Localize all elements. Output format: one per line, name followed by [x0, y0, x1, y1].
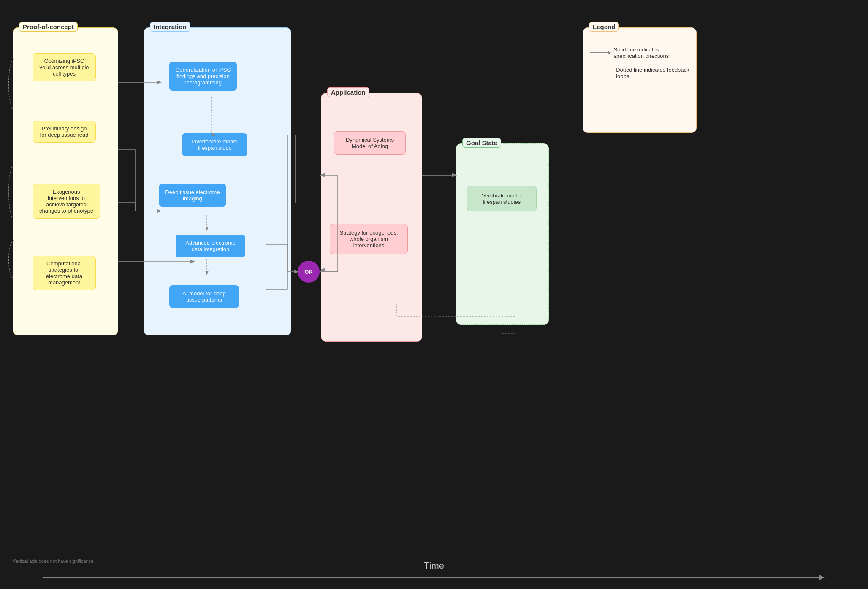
int-box-2: Invertebrate model lifespan study — [182, 133, 247, 156]
integration-panel: Integration Generalization of iPSC findi… — [144, 27, 291, 335]
int-box-5: AI model for deep tissue patterns — [169, 285, 239, 308]
application-label: Application — [327, 87, 369, 97]
app-box-2: Strategy for exogenous, whole organism i… — [330, 224, 408, 254]
connectors-svg — [0, 0, 868, 548]
axis-arrow-icon — [819, 575, 825, 581]
legend-label: Legend — [589, 22, 619, 32]
poc-box-1: Optimizing iPSC yeild across multiple ce… — [33, 53, 96, 81]
app-box-1: Dynamical Systems Model of Aging — [334, 131, 406, 155]
int-box-1: Generalization of iPSC findings and prec… — [169, 62, 237, 91]
dashed-line-icon — [590, 73, 611, 73]
axis-line — [43, 577, 819, 578]
legend-dashed: Dotted line indicates feedback loops — [590, 67, 689, 79]
legend-dashed-text: Dotted line indicates feedback loops — [616, 67, 689, 79]
poc-box-3: Exogenous interventions to achieve targe… — [33, 184, 100, 219]
integration-label: Integration — [150, 22, 190, 32]
legend-solid: Solid line indicates specification direc… — [590, 46, 689, 59]
axis-label: Time — [424, 560, 444, 571]
poc-box-4: Computational strategies for electrome d… — [33, 256, 96, 290]
axis-area: Vertical axis does not have significance… — [0, 548, 868, 589]
proof-label: Proof-of-concept — [19, 22, 78, 32]
diagram-area: Proof-of-concept Optimizing iPSC yeild a… — [0, 0, 868, 548]
axis-line-container — [43, 575, 825, 581]
int-box-4: Advanced electrome data integration — [176, 235, 245, 257]
axis-note: Vertical axis does not have significance — [13, 559, 93, 564]
application-panel: Application Dynamical Systems Model of A… — [321, 93, 422, 342]
proof-panel: Proof-of-concept Optimizing iPSC yeild a… — [13, 27, 118, 335]
goal-box-1: Vertibrate model lifespan studies — [467, 186, 537, 211]
legend-panel: Legend Solid line indicates specificatio… — [583, 27, 697, 133]
goal-panel: Goal State Vertibrate model lifespan stu… — [456, 143, 549, 325]
poc-box-2: Preliminary design for deep tissue read — [33, 121, 96, 143]
solid-line-icon — [590, 52, 608, 53]
goal-label: Goal State — [462, 138, 501, 148]
legend-solid-text: Solid line indicates specification direc… — [613, 46, 689, 59]
or-node: OR — [298, 261, 320, 283]
int-box-3: Deep tissue electrome imaging — [159, 184, 226, 207]
